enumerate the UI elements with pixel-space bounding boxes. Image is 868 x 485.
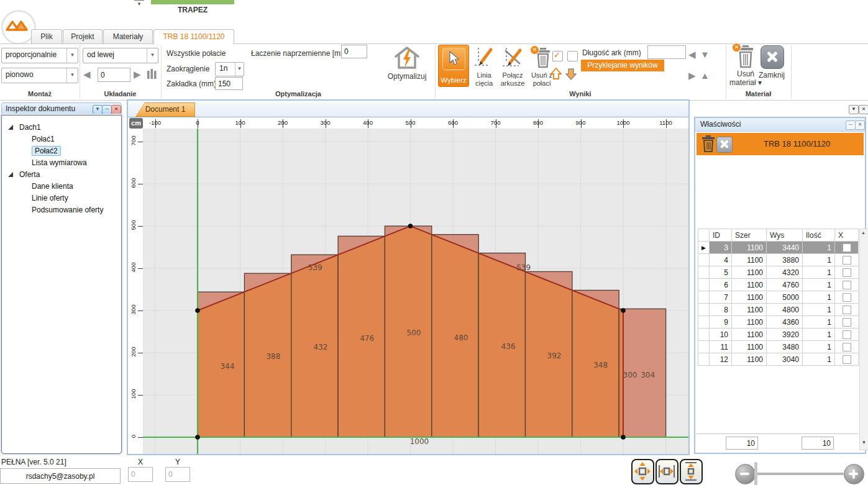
arrow-down-button[interactable] — [565, 68, 577, 80]
table-cell-checkbox[interactable] — [835, 341, 859, 353]
overlap-input[interactable] — [215, 77, 243, 90]
scroll-down-icon[interactable]: ▼ — [861, 440, 867, 445]
table-row[interactable]: 10110039201 — [698, 329, 859, 341]
snap-results-toggle[interactable]: Przyklejanie wyników — [581, 60, 664, 71]
table-row[interactable]: 8110048001 — [698, 304, 859, 316]
row-checkbox[interactable] — [843, 343, 851, 351]
zoom-out-button[interactable] — [735, 464, 756, 484]
table-row[interactable]: 6110047601 — [698, 279, 859, 291]
expander-icon[interactable] — [8, 172, 13, 177]
rounding-select[interactable]: 1n ▼ — [215, 62, 244, 76]
drawing-canvas[interactable]: 3443884324765004804363923483003045395391… — [143, 129, 688, 454]
tab-plik[interactable]: Plik — [31, 29, 62, 43]
panel-close-button[interactable]: ✕ — [111, 105, 121, 114]
tree-child-item[interactable]: Linie oferty — [2, 193, 121, 204]
tab-material-active[interactable]: TRB 18 1100/1120 — [153, 29, 234, 45]
start-side-select[interactable]: od lewej ▼ — [83, 48, 158, 63]
ruler-unit-button[interactable]: cm — [129, 118, 143, 129]
offset-input[interactable] — [98, 68, 130, 82]
table-cell-checkbox[interactable] — [835, 304, 859, 316]
properties-title-bar[interactable]: Właściwości ─ ✕ — [695, 118, 865, 132]
zoom-slider-track[interactable] — [756, 473, 844, 475]
tree-child-item[interactable]: Połać2 — [2, 145, 121, 157]
panel-minimize-button[interactable]: ─ — [846, 120, 856, 130]
row-checkbox[interactable] — [843, 281, 851, 289]
table-row[interactable]: ▶3110034401 — [698, 242, 859, 254]
row-checkbox[interactable] — [843, 268, 851, 277]
tree-child-item[interactable]: Połać1 — [2, 134, 121, 145]
results-checkbox-unchecked[interactable] — [567, 51, 578, 61]
trash-icon[interactable] — [701, 135, 715, 153]
table-cell-checkbox[interactable] — [835, 353, 859, 366]
zoom-in-button[interactable] — [844, 464, 864, 484]
tree-child-item[interactable]: Lista wymiarowa — [2, 157, 121, 169]
row-checkbox[interactable] — [843, 306, 851, 314]
panel-close-button[interactable]: ✕ — [855, 120, 865, 130]
table-cell-checkbox[interactable] — [835, 266, 859, 279]
scroll-up-icon[interactable]: ▲ — [860, 230, 867, 235]
table-row[interactable]: 4110038801 — [698, 254, 859, 266]
tab-projekt[interactable]: Projekt — [63, 29, 103, 43]
scale-mode-select[interactable]: proporcjonalnie ▼ — [1, 48, 78, 63]
table-scrollbar[interactable]: ▲ — [859, 229, 868, 450]
chevron-down-icon[interactable]: ▼ — [147, 48, 158, 63]
doc-close-button[interactable]: ✕ — [859, 105, 868, 114]
table-row[interactable]: 11110034801 — [698, 341, 859, 353]
row-checkbox[interactable] — [843, 293, 851, 302]
chevron-down-icon[interactable]: ▼ — [66, 48, 78, 63]
material-close-button[interactable] — [716, 137, 733, 153]
footer-input-left[interactable] — [726, 437, 758, 450]
distribute-bars-icon[interactable] — [147, 69, 157, 79]
row-checkbox[interactable] — [843, 355, 851, 364]
table-row[interactable]: 7110050001 — [698, 291, 859, 304]
table-row[interactable]: 5110043201 — [698, 266, 859, 279]
table-cell-checkbox[interactable] — [835, 329, 859, 341]
tree-parent-item[interactable]: Dach1 — [2, 122, 121, 134]
fit-all-button[interactable] — [631, 459, 654, 484]
table-cell-checkbox[interactable] — [835, 254, 859, 266]
alt-join-input[interactable] — [341, 45, 367, 58]
table-cell-checkbox[interactable] — [835, 291, 859, 304]
panel-minimize-button[interactable]: ─ — [102, 105, 112, 114]
expander-icon[interactable] — [8, 125, 13, 130]
x-coord-input[interactable] — [128, 467, 153, 482]
close-material-button[interactable]: Zamknij — [756, 44, 788, 88]
cut-line-button[interactable]: Linia cięcia — [470, 45, 498, 88]
footer-input-right[interactable] — [802, 437, 834, 450]
fit-height-button[interactable] — [680, 459, 703, 484]
chevron-down-icon[interactable]: ▼ — [235, 63, 244, 76]
quick-access-chevron-icon[interactable]: ▾ — [134, 0, 144, 8]
row-checkbox[interactable] — [843, 243, 851, 252]
fit-width-button[interactable] — [656, 459, 678, 484]
doc-list-chevron-button[interactable]: ▼ — [849, 105, 859, 114]
arrow-up-button[interactable] — [550, 68, 562, 80]
document-tab[interactable]: Document 1 — [135, 102, 195, 117]
shift-right-button[interactable]: ▶ — [134, 69, 141, 80]
table-row[interactable]: 9110043601 — [698, 316, 859, 329]
move-up-button[interactable]: ▲ — [700, 70, 710, 81]
table-cell-checkbox[interactable] — [835, 279, 859, 291]
row-checkbox[interactable] — [843, 330, 851, 339]
results-checkbox-checked[interactable]: ✓ — [552, 51, 563, 61]
table-row[interactable]: 12110030401 — [698, 353, 859, 366]
shift-left-button[interactable]: ◀ — [83, 69, 91, 80]
move-down-button[interactable]: ▼ — [700, 49, 710, 60]
panel-menu-button[interactable]: ▼ — [93, 105, 103, 114]
tree-child-item[interactable]: Dane klienta — [2, 181, 121, 193]
chevron-down-icon[interactable]: ▼ — [66, 68, 78, 83]
zoom-slider-handle[interactable] — [754, 462, 757, 485]
sheet-length-input[interactable] — [647, 45, 686, 59]
row-checkbox[interactable] — [843, 256, 851, 265]
merge-sheets-button[interactable]: Połącz arkusze — [498, 45, 528, 88]
table-cell-checkbox[interactable] — [835, 316, 859, 329]
tree-parent-item[interactable]: Oferta — [2, 169, 121, 181]
table-cell-checkbox[interactable] — [835, 242, 859, 254]
row-checkbox[interactable] — [843, 318, 851, 327]
tab-materialy[interactable]: Materiały — [103, 29, 153, 43]
inspector-title-bar[interactable]: Inspektor dokumentu ▼ ─ ✕ — [1, 102, 122, 115]
orientation-select[interactable]: pionowo ▼ — [1, 68, 78, 83]
optimize-button[interactable]: Optymalizuj — [376, 44, 438, 89]
tree-child-item[interactable]: Podsumowanie oferty — [2, 204, 121, 216]
select-tool-button[interactable]: Wybierz — [438, 45, 469, 87]
move-left-button[interactable]: ◀ — [688, 49, 696, 60]
